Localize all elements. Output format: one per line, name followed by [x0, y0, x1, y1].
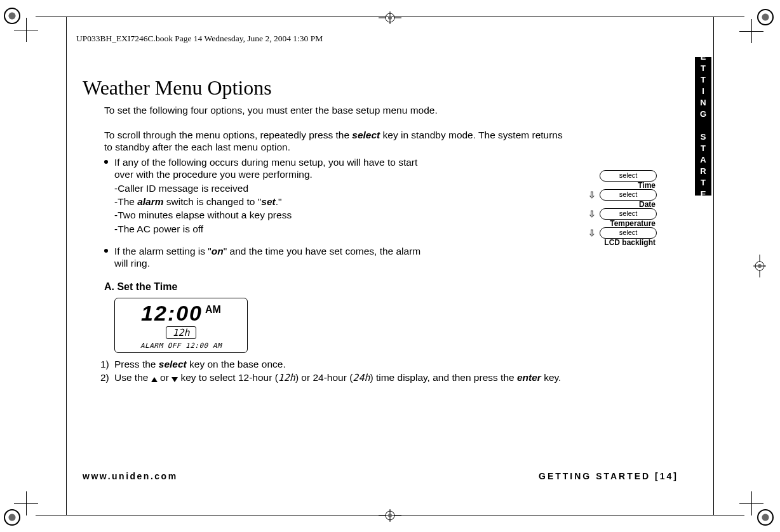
down-arrow-icon: ⇩	[588, 190, 596, 199]
page-content: Weather Menu Options To set the followin…	[83, 76, 591, 385]
lcd-time-value: 12:00	[141, 302, 203, 324]
down-arrow-icon: ⇩	[588, 229, 596, 237]
step-item: 1) Press the select key on the base once…	[104, 358, 574, 371]
select-key-ref: select	[159, 359, 187, 369]
crop-mark-bl	[4, 495, 34, 526]
bullet-dot-icon	[104, 249, 108, 253]
bullet-subitem: -The AC power is off	[114, 223, 426, 235]
cycle-label-backlight: LCD backlight	[604, 239, 657, 246]
select-pill: select	[600, 208, 657, 220]
bullet-dot-icon	[104, 160, 108, 164]
section-side-tab: GETTING STARTED	[695, 57, 711, 196]
step-number: 2)	[100, 371, 109, 385]
bullet-subitem: -The alarm switch is changed to "set."	[114, 196, 426, 208]
crop-mark-top-center	[379, 11, 401, 24]
cycle-label-temperature: Temperature	[610, 220, 657, 227]
cycle-label-time: Time	[638, 182, 657, 189]
step-item: 2) Use the or key to select 12-hour (12h…	[104, 371, 574, 385]
print-header: UP033BH_EXI7246C.book Page 14 Wednesday,…	[76, 34, 323, 44]
page-title: Weather Menu Options	[83, 76, 591, 100]
scroll-paragraph: To scroll through the menu options, repe…	[104, 129, 568, 154]
bullet-item: If any of the following occurs during me…	[83, 156, 426, 235]
select-pill: select	[600, 227, 657, 239]
alarm-switch-ref: alarm	[137, 196, 163, 207]
lcd-bottom-line: ALARM OFF 12:00 AM	[121, 342, 241, 350]
lcd-time-row: 12:00 AM	[121, 302, 241, 324]
svg-point-9	[388, 514, 392, 517]
select-key-ref: select	[352, 130, 380, 140]
set-value-ref: set	[261, 196, 275, 207]
down-arrow-icon: ⇩	[588, 209, 596, 218]
select-pill: select	[600, 170, 657, 182]
crop-mark-br	[743, 495, 774, 526]
svg-point-14	[758, 264, 762, 268]
steps-list: 1) Press the select key on the base once…	[104, 358, 574, 385]
on-value-ref: on	[212, 246, 224, 256]
intro-paragraph: To set the following four options, you m…	[104, 105, 591, 116]
cycle-label-date: Date	[639, 201, 657, 208]
page-footer: www.uniden.com GETTING STARTED [14]	[83, 471, 678, 481]
menu-cycle-diagram: select Time ⇩select Date ⇩select Tempera…	[587, 169, 657, 246]
side-tab-label: GETTING STARTED	[699, 41, 708, 212]
bullet-subitem: -Two minutes elapse without a key press	[114, 209, 426, 221]
bullet-item: If the alarm setting is "on" and the tim…	[83, 245, 426, 270]
bullet-subitem: -Caller ID message is received	[114, 182, 426, 194]
lcd-ampm: AM	[205, 305, 221, 315]
lcd-display: 12:00 AM 12h ALARM OFF 12:00 AM	[114, 298, 248, 353]
down-caret-icon	[171, 377, 178, 382]
select-pill: select	[600, 189, 657, 201]
step-number: 1)	[100, 358, 109, 371]
footer-url: www.uniden.com	[83, 471, 178, 481]
up-caret-icon	[151, 377, 158, 382]
crop-mark-tr	[743, 9, 774, 39]
footer-section-page: GETTING STARTED [14]	[539, 471, 678, 481]
12h-inline: 12h	[278, 372, 295, 383]
crop-mark-bottom-center	[379, 509, 401, 522]
enter-key-ref: enter	[517, 372, 541, 383]
24h-inline: 24h	[353, 372, 370, 383]
crop-mark-right-center	[753, 255, 766, 277]
lcd-hour-mode: 12h	[166, 326, 196, 339]
bullet-list: If any of the following occurs during me…	[83, 156, 426, 270]
section-a-heading: A. Set the Time	[104, 281, 591, 293]
crop-mark-tl	[4, 8, 34, 38]
svg-point-4	[388, 16, 392, 20]
